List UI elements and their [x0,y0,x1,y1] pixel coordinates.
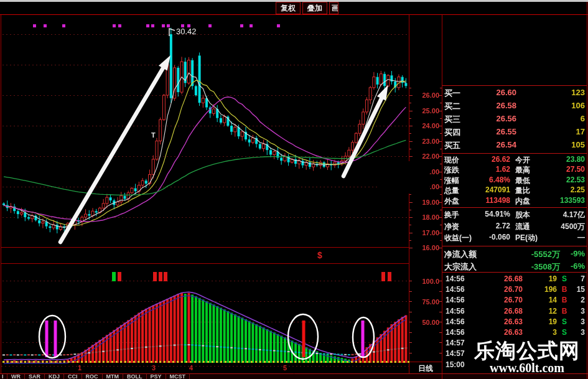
stat-value: 1.62 [472,165,510,174]
indicator-tab-psy[interactable]: PSY [147,374,166,379]
tick-volume: 14 [526,296,557,304]
stat-label: 现价 [444,155,459,166]
indicator-axis-label: 100.0 [409,278,439,285]
stat-value: 2.25 [546,185,585,194]
trading-terminal-window: 复权 叠加 画线 26.0025.0024.0023.0022.0021.002… [0,0,588,379]
quote-panel: 买一26.60123买二26.58106买三26.566买四26.5517买五2… [442,15,588,379]
stat-label: 涨幅 [444,175,459,186]
indicator-tab-sar[interactable]: SAR [25,374,45,379]
indicator-tab-cci[interactable]: CCI [64,374,82,379]
tick-side: B [560,307,569,316]
indicator-tab-wr[interactable]: WR [7,374,25,379]
tick-time: 15:00 [446,360,465,369]
stat-value: 27.50 [546,165,585,174]
stat-value: -0.060 [472,233,510,241]
stat-label: 最低 [515,175,530,186]
stat-row: 总量247091量比2.25 [442,185,587,197]
price-axis-label: 24.00 [409,122,439,129]
tick-time: 14:56 [446,307,465,316]
fund-flow-value: -5552万 [510,249,560,260]
top-toolbar: 复权 叠加 画线 [276,2,338,14]
stat-label: 内盘 [515,196,530,207]
period-selector-daily[interactable]: 日线 [409,363,442,374]
stat-value: — [546,233,585,241]
bid-level-volume: 106 [548,101,585,110]
tick-time: 14:56 [446,285,465,294]
tick-price: 26.68 [485,274,523,283]
tick-side: S [560,328,569,337]
indicator-tab-mcst[interactable]: MCST [166,374,190,379]
tick-count: 2 [569,296,585,304]
time-axis-label: 4 [187,364,195,372]
watermark-site-url: www.60lt.com [475,361,579,375]
bid-level-label: 买五 [444,140,460,151]
indicator-tab-roc[interactable]: ROC [82,374,103,379]
tick-side: S [560,317,569,326]
tick-volume: 19 [526,317,557,326]
tick-row: 14:5626.7014B2 [442,296,587,307]
fund-flow-label: 大宗流入 [444,261,477,273]
bid-level-row: 买二26.58106 [442,101,587,112]
stat-label: 净资 [444,222,459,232]
price-axis-label: 17.00 [409,229,439,236]
tick-volume: 12 [526,307,557,316]
fund-flow-pct: -6% [562,261,585,271]
price-axis-label: 23.00 [409,138,439,145]
fund-flow-row: 净流入额-5552万-9% [442,249,587,260]
price-axis-label: 16.00 [409,244,439,251]
time-axis-label: 1 [75,364,84,372]
tick-count: 3 [569,328,585,337]
tick-volume: 3 [526,328,557,337]
stat-value: 133593 [546,196,585,205]
tick-time: 14:56 [446,317,465,326]
stat-label: 涨跌 [444,165,459,175]
stat-label: 股本 [515,210,530,220]
stat-row: 外盘113498内盘133593 [442,196,587,207]
stat-value: 4500万 [546,222,585,232]
clipped-toolbar-button[interactable]: 画线 [329,2,338,14]
indicator-tab-boll[interactable]: BOLL [123,374,147,379]
stat-label: 收益(一) [444,233,472,243]
tick-volume: 196 [526,285,557,294]
indicator-tab-mtm[interactable]: MTM [103,374,124,379]
stat-value: 113498 [472,196,510,205]
stat-row: 收益(一)-0.060PE(动)— [442,233,587,244]
tick-time: 14:56 [446,274,465,283]
indicator-axis-label: 50.00 [409,319,439,326]
price-axis-label: 18.00 [409,213,439,221]
stat-value: 22.53 [546,175,585,184]
bid-level-price: 26.60 [479,88,516,97]
price-axis-label: 19.00 [409,199,439,206]
bid-level-price: 26.54 [479,140,516,149]
tick-row: 14:5626.6812B3 [442,307,587,318]
restore-rights-button[interactable]: 复权 [276,2,301,14]
tick-count: 15 [569,285,585,294]
tick-row: 14:5626.6319S3 [442,317,587,329]
stat-label: 外盘 [444,196,459,207]
stat-row: 换手54.91%股本4.17亿 [442,210,587,221]
tick-count: 3 [569,317,585,326]
stat-label: 最高 [515,165,530,175]
bid-level-volume: 123 [548,88,585,97]
tick-side: B [560,285,569,294]
stat-value: 2.72 [472,222,510,230]
tick-count: 3 [569,307,585,316]
t-drawing-marker: T [151,131,156,139]
peak-price-annotation: 30.42 [176,27,197,36]
bid-level-price: 26.56 [479,114,516,123]
bid-level-price: 26.55 [479,127,516,136]
bid-level-row: 买五26.54105 [442,140,587,151]
tick-count: 7 [569,274,585,283]
fund-flow-row: 大宗流入-3508万-6% [442,261,587,273]
overlay-button[interactable]: 叠加 [302,2,327,14]
bid-level-row: 买四26.5517 [442,127,587,138]
bid-level-volume: 17 [548,127,585,136]
price-axis-label: 26.00 [409,91,439,99]
fund-flow-value: -3508万 [510,261,560,273]
tick-time: 14:57 [446,349,465,358]
dollar-signal-marker: $ [317,250,322,260]
bid-level-label: 买一 [444,88,460,99]
indicator-tab-i[interactable]: I [1,374,7,379]
indicator-tab-bar: IWRSARKDJCCIROCMTMBOLLPSYMCST [1,374,190,379]
indicator-tab-kdj[interactable]: KDJ [45,374,64,379]
